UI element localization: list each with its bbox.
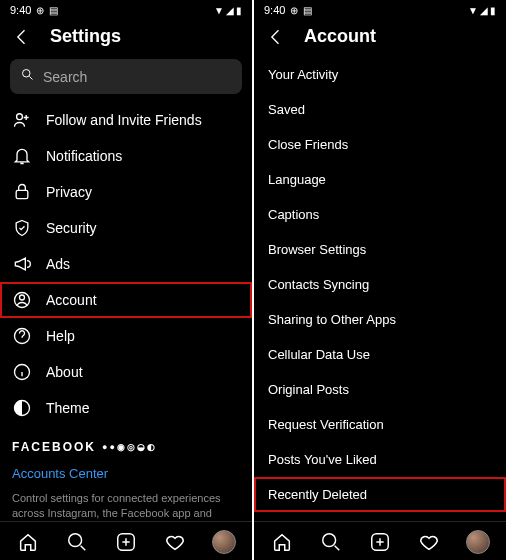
menu-privacy[interactable]: Privacy <box>0 174 252 210</box>
info-icon <box>12 362 32 382</box>
signal-icon: ◢ <box>226 5 234 16</box>
search-icon <box>20 67 35 86</box>
bottom-nav <box>254 521 506 560</box>
theme-icon <box>12 398 32 418</box>
menu-notifications[interactable]: Notifications <box>0 138 252 174</box>
page-title: Settings <box>50 26 121 47</box>
profile-avatar[interactable] <box>466 530 490 554</box>
wifi-icon: ▼ <box>468 5 478 16</box>
accounts-center-link[interactable]: Accounts Center <box>0 460 252 487</box>
account-screen: 9:40 ⊕ ▤ ▼ ◢ ▮ Account Your Activity Sav… <box>254 0 506 560</box>
heart-icon[interactable] <box>417 530 441 554</box>
back-icon[interactable] <box>12 27 32 47</box>
menu-label: Notifications <box>46 148 122 164</box>
search-nav-icon[interactable] <box>319 530 343 554</box>
facebook-section: FACEBOOK ●●◉◎◒◐ <box>0 426 252 460</box>
svg-point-0 <box>23 70 31 78</box>
status-icon: ⊕ <box>290 5 298 16</box>
back-icon[interactable] <box>266 27 286 47</box>
svg-rect-2 <box>16 190 28 198</box>
item-saved[interactable]: Saved <box>254 92 506 127</box>
svg-point-1 <box>17 114 23 120</box>
svg-point-4 <box>20 295 25 300</box>
item-language[interactable]: Language <box>254 162 506 197</box>
menu-theme[interactable]: Theme <box>0 390 252 426</box>
battery-icon: ▮ <box>490 5 496 16</box>
help-icon <box>12 326 32 346</box>
bottom-nav <box>0 521 252 560</box>
page-title: Account <box>304 26 376 47</box>
shield-icon <box>12 218 32 238</box>
menu-security[interactable]: Security <box>0 210 252 246</box>
item-cellular-data[interactable]: Cellular Data Use <box>254 337 506 372</box>
status-icon: ▤ <box>49 5 58 16</box>
home-icon[interactable] <box>270 530 294 554</box>
item-recently-deleted[interactable]: Recently Deleted <box>254 477 506 512</box>
signal-icon: ◢ <box>480 5 488 16</box>
search-input[interactable]: Search <box>10 59 242 94</box>
status-bar: 9:40 ⊕ ▤ ▼ ◢ ▮ <box>0 0 252 18</box>
svg-point-10 <box>323 534 336 547</box>
add-icon[interactable] <box>114 530 138 554</box>
item-captions[interactable]: Captions <box>254 197 506 232</box>
status-time: 9:40 <box>10 4 31 16</box>
social-icons: ●●◉◎◒◐ <box>102 442 157 452</box>
home-icon[interactable] <box>16 530 40 554</box>
item-posts-liked[interactable]: Posts You've Liked <box>254 442 506 477</box>
settings-menu: Follow and Invite Friends Notifications … <box>0 102 252 521</box>
menu-label: Account <box>46 292 97 308</box>
item-browser-settings[interactable]: Browser Settings <box>254 232 506 267</box>
menu-label: Privacy <box>46 184 92 200</box>
search-nav-icon[interactable] <box>65 530 89 554</box>
accounts-center-desc: Control settings for connected experienc… <box>0 487 252 521</box>
profile-avatar[interactable] <box>212 530 236 554</box>
item-contacts-syncing[interactable]: Contacts Syncing <box>254 267 506 302</box>
menu-label: Help <box>46 328 75 344</box>
lock-icon <box>12 182 32 202</box>
account-list: Your Activity Saved Close Friends Langua… <box>254 57 506 521</box>
item-original-posts[interactable]: Original Posts <box>254 372 506 407</box>
settings-screen: 9:40 ⊕ ▤ ▼ ◢ ▮ Settings Search <box>0 0 252 560</box>
status-icon: ▤ <box>303 5 312 16</box>
heart-icon[interactable] <box>163 530 187 554</box>
item-sharing-apps[interactable]: Sharing to Other Apps <box>254 302 506 337</box>
bell-icon <box>12 146 32 166</box>
svg-point-8 <box>69 534 82 547</box>
megaphone-icon <box>12 254 32 274</box>
menu-label: Ads <box>46 256 70 272</box>
search-placeholder: Search <box>43 69 87 85</box>
menu-follow-invite[interactable]: Follow and Invite Friends <box>0 102 252 138</box>
status-time: 9:40 <box>264 4 285 16</box>
item-branded-content[interactable]: Branded Content Tools <box>254 512 506 521</box>
menu-label: Theme <box>46 400 90 416</box>
menu-help[interactable]: Help <box>0 318 252 354</box>
status-icon: ⊕ <box>36 5 44 16</box>
item-request-verification[interactable]: Request Verification <box>254 407 506 442</box>
header: Account <box>254 18 506 57</box>
item-close-friends[interactable]: Close Friends <box>254 127 506 162</box>
menu-account[interactable]: Account <box>0 282 252 318</box>
menu-ads[interactable]: Ads <box>0 246 252 282</box>
person-add-icon <box>12 110 32 130</box>
status-bar: 9:40 ⊕ ▤ ▼ ◢ ▮ <box>254 0 506 18</box>
add-icon[interactable] <box>368 530 392 554</box>
menu-label: Follow and Invite Friends <box>46 112 202 128</box>
menu-about[interactable]: About <box>0 354 252 390</box>
menu-label: About <box>46 364 83 380</box>
account-icon <box>12 290 32 310</box>
header: Settings <box>0 18 252 57</box>
item-your-activity[interactable]: Your Activity <box>254 57 506 92</box>
wifi-icon: ▼ <box>214 5 224 16</box>
menu-label: Security <box>46 220 97 236</box>
battery-icon: ▮ <box>236 5 242 16</box>
